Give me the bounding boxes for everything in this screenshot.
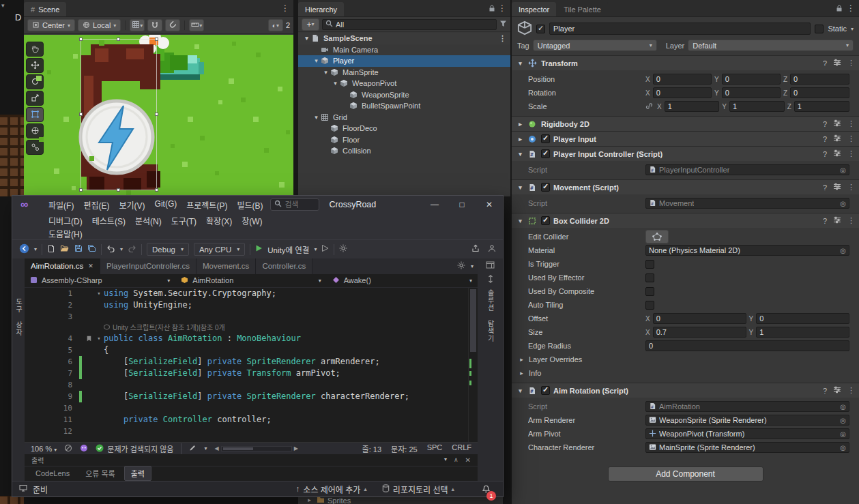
issues-filter-icon[interactable] xyxy=(64,444,72,454)
enabled-checkbox[interactable] xyxy=(541,134,550,143)
property-checkbox[interactable] xyxy=(645,287,654,296)
window-layout-icon[interactable] xyxy=(486,261,495,271)
code-line[interactable]: 3 xyxy=(25,311,478,323)
chevron-down-icon[interactable]: ▾ xyxy=(444,456,447,464)
active-checkbox[interactable] xyxy=(536,25,545,33)
copilot-icon[interactable] xyxy=(80,444,88,454)
filter-icon[interactable] xyxy=(499,20,507,29)
property-row-info[interactable]: ▸Info xyxy=(512,366,859,380)
selection-handle[interactable] xyxy=(79,188,83,192)
menu-item-t[interactable]: 도구(T) xyxy=(166,213,201,228)
document-tab-movement-cs[interactable]: Movement.cs xyxy=(196,258,256,274)
tab-hierarchy[interactable]: Hierarchy xyxy=(298,2,344,16)
fold-arrow-icon[interactable]: ▾ xyxy=(312,114,321,121)
notification-badge[interactable]: 1 xyxy=(486,491,496,501)
object-picker-icon[interactable]: ◎ xyxy=(840,417,846,424)
code-line[interactable]: 8 xyxy=(25,379,478,391)
value-field[interactable]: 0 xyxy=(790,74,849,85)
static-checkbox[interactable] xyxy=(815,25,824,33)
code-editor[interactable]: 1▾using System.Security.Cryptography;2us… xyxy=(25,288,478,442)
selection-handle[interactable] xyxy=(79,38,83,41)
code-line[interactable]: 11 private Controller controller; xyxy=(25,414,478,426)
solution-platform-dropdown[interactable]: Any CPU▾ xyxy=(194,243,245,256)
value-field[interactable]: 0.7 xyxy=(653,327,746,338)
help-icon[interactable]: ? xyxy=(823,183,827,192)
link-icon[interactable] xyxy=(645,102,653,111)
measure-button[interactable]: ▾ xyxy=(189,19,204,31)
value-field[interactable]: 1 xyxy=(794,101,849,112)
edit-collider-button[interactable] xyxy=(645,230,669,243)
enabled-checkbox[interactable] xyxy=(541,386,550,395)
selection-handle[interactable] xyxy=(155,38,158,41)
gear-icon[interactable] xyxy=(457,261,465,271)
kebab-icon[interactable]: ⋮ xyxy=(847,216,855,225)
zoom-dropdown[interactable]: 106 % ▾ xyxy=(31,445,57,453)
component-header-aim-rotation-script[interactable]: ▾#Aim Rotation (Script)?⋮ xyxy=(512,383,859,398)
kebab-icon[interactable]: ⋮ xyxy=(847,183,855,192)
preset-icon[interactable] xyxy=(833,59,841,68)
menu-item-d[interactable]: 디버그(D) xyxy=(44,213,87,228)
scene-canvas[interactable] xyxy=(24,35,293,196)
hierarchy-menu-icon[interactable]: ⋮ xyxy=(495,3,509,13)
fold-arrow-icon[interactable]: ▾ xyxy=(516,60,525,67)
undo-icon[interactable] xyxy=(106,245,115,254)
fold-arrow-icon[interactable]: ▾ xyxy=(516,387,525,394)
hierarchy-item-floor[interactable]: Floor xyxy=(298,134,510,146)
solution-explorer-collapsed-tab[interactable]: 솔루션 탐색기 xyxy=(485,289,495,342)
close-tab-icon[interactable]: ✕ xyxy=(88,263,93,269)
menu-item-b[interactable]: 빌드(B) xyxy=(232,198,267,212)
fold-arrow-icon[interactable]: ▾ xyxy=(321,69,330,76)
select-repository-button[interactable]: 리포지토리 선택 ▴ xyxy=(382,484,454,495)
preset-icon[interactable] xyxy=(833,386,841,395)
lock-icon[interactable] xyxy=(836,5,843,14)
hierarchy-item-weaponsprite[interactable]: WeaponSprite xyxy=(298,89,510,101)
scrollbar-thumb[interactable] xyxy=(470,289,476,352)
hierarchy-item-collision[interactable]: Collision xyxy=(298,145,510,157)
output-tab-[interactable]: 오류 목록 xyxy=(78,466,122,481)
project-folder-label[interactable]: Sprites xyxy=(327,496,351,504)
tab-inspector[interactable]: Inspector xyxy=(512,2,556,16)
help-icon[interactable]: ? xyxy=(823,217,827,225)
code-line[interactable]: 9 [SerializeField] private SpriteRendere… xyxy=(25,391,478,402)
hand-tool-button[interactable] xyxy=(26,42,44,57)
hierarchy-item-player[interactable]: ▾Player xyxy=(298,55,510,67)
menu-item-x[interactable]: 확장(X) xyxy=(201,213,237,228)
move-tool-button[interactable] xyxy=(26,58,44,73)
collapse-panel-icon[interactable]: ∧ xyxy=(454,456,458,464)
value-field[interactable]: 0 xyxy=(722,87,781,98)
code-line[interactable]: 1▾using System.Security.Cryptography; xyxy=(25,288,478,299)
tab-scene[interactable]: # Scene xyxy=(24,2,66,16)
kebab-icon[interactable]: ⋮ xyxy=(847,59,855,68)
fold-arrow-icon[interactable]: ▾ xyxy=(94,288,104,299)
selection-handle[interactable] xyxy=(155,188,158,192)
attach-unity-label[interactable]: Unity에 연결 xyxy=(267,244,309,255)
object-field[interactable]: WeaponSprite (Sprite Renderer)◎ xyxy=(645,415,849,426)
component-header-transform[interactable]: ▾Transform?⋮ xyxy=(512,55,859,70)
code-line[interactable]: 10 xyxy=(25,402,478,414)
indent-mode-indicator[interactable]: SPC xyxy=(427,443,443,454)
value-field[interactable]: 1 xyxy=(729,101,785,112)
chevron-down-icon[interactable]: ▾ xyxy=(314,246,317,252)
navigate-back-icon[interactable] xyxy=(19,243,29,256)
object-field[interactable]: MainSprite (Sprite Renderer)◎ xyxy=(645,442,849,453)
object-field[interactable]: WeaponPivot (Transform)◎ xyxy=(645,428,849,439)
property-checkbox[interactable] xyxy=(645,301,654,310)
chevron-down-icon[interactable]: ▾ xyxy=(204,445,207,451)
account-icon[interactable] xyxy=(488,244,496,254)
chevron-down-icon[interactable]: ▾ xyxy=(34,246,37,252)
line-ending-indicator[interactable]: CRLF xyxy=(452,443,471,454)
vs-search-input[interactable] xyxy=(285,201,315,209)
kebab-icon[interactable]: ⋮ xyxy=(847,134,855,143)
add-component-button[interactable]: Add Component xyxy=(608,466,763,481)
redo-icon[interactable] xyxy=(128,245,136,254)
breadcrumb-item-assembly-csharp[interactable]: Assembly-CSharp▾ xyxy=(25,276,175,285)
document-tab-aimrotation-cs[interactable]: AimRotation.cs✕ xyxy=(25,258,100,274)
breadcrumb-item-awake[interactable]: Awake()▾ xyxy=(327,276,478,285)
code-line[interactable]: 5{ xyxy=(25,344,478,356)
static-dropdown-icon[interactable]: ▾ xyxy=(851,26,854,32)
value-field[interactable]: 0 xyxy=(756,313,849,324)
fold-arrow-icon[interactable]: ▸ xyxy=(517,370,526,376)
menu-item-w[interactable]: 창(W) xyxy=(237,213,267,228)
preset-icon[interactable] xyxy=(833,216,841,225)
value-field[interactable]: 0 xyxy=(790,87,849,98)
